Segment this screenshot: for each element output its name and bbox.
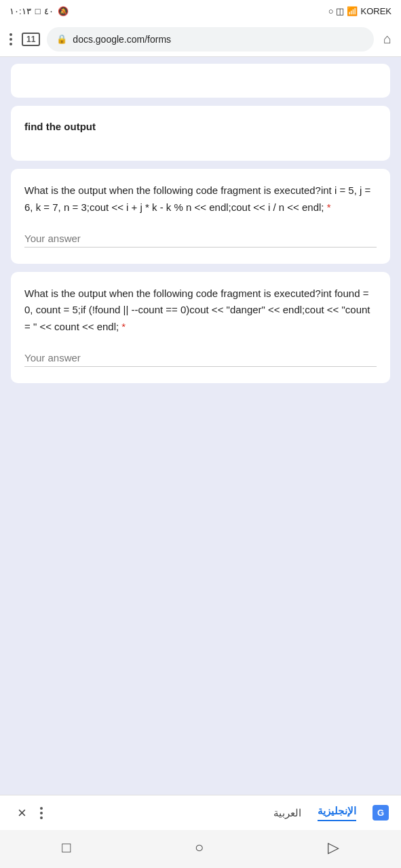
section-label-card: find the output: [11, 106, 390, 161]
status-screen-icon: ◫: [336, 6, 344, 16]
status-left: ١٠:١٣ □ ٤٠ 🔕: [9, 6, 69, 16]
navigation-bar: □ ○ ▷: [0, 830, 401, 868]
nav-recents-button[interactable]: ▷: [314, 836, 353, 859]
nav-back-button[interactable]: □: [48, 836, 84, 859]
browser-bar: 11 🔒 docs.google.com/forms ⌂: [0, 22, 401, 57]
question2-required: *: [327, 201, 331, 213]
status-tab-indicator: □: [35, 6, 41, 16]
question3-card: What is the output when the following co…: [11, 272, 390, 383]
partial-card: [11, 64, 390, 98]
browser-menu-button[interactable]: [7, 31, 15, 48]
status-time: ١٠:١٣: [9, 6, 31, 16]
more-options-button[interactable]: [32, 804, 51, 822]
question3-required: *: [121, 321, 126, 332]
language-options: العربية الإنجليزية G: [51, 805, 389, 821]
status-bar: ١٠:١٣ □ ٤٠ 🔕 ○ ◫ 📶 KOREK: [0, 0, 401, 22]
close-button[interactable]: ×: [12, 802, 32, 825]
question2-card: What is the output when the following co…: [11, 169, 390, 264]
tab-count[interactable]: 11: [22, 33, 40, 46]
status-bell-icon: 🔕: [58, 6, 69, 16]
question3-answer-input[interactable]: [24, 349, 377, 367]
lock-icon: 🔒: [56, 34, 67, 44]
bottom-toolbar: × العربية الإنجليزية G: [0, 795, 401, 830]
arabic-language-button[interactable]: العربية: [273, 807, 301, 819]
nav-home-button[interactable]: ○: [181, 836, 217, 859]
address-bar[interactable]: 🔒 docs.google.com/forms: [47, 27, 374, 52]
english-language-button[interactable]: الإنجليزية: [318, 805, 356, 821]
question2-text: What is the output when the following co…: [24, 182, 377, 216]
question3-text: What is the output when the following co…: [24, 285, 377, 336]
google-translate-button[interactable]: G: [373, 805, 389, 821]
status-right: ○ ◫ 📶 KOREK: [328, 6, 392, 16]
page-content: find the output What is the output when …: [0, 57, 401, 795]
question2-answer-input[interactable]: [24, 230, 377, 248]
status-battery: ٤٠: [44, 6, 54, 16]
status-wifi-icon: 📶: [347, 6, 358, 16]
url-text: docs.google.com/forms: [73, 34, 171, 45]
status-circle-icon: ○: [328, 6, 334, 16]
home-icon[interactable]: ⌂: [381, 28, 394, 50]
section-label: find the output: [24, 119, 377, 134]
status-carrier: KOREK: [360, 6, 392, 16]
